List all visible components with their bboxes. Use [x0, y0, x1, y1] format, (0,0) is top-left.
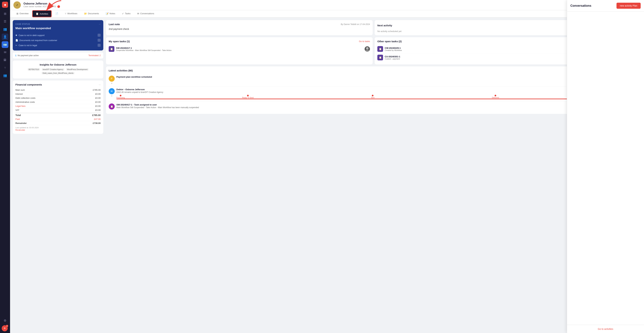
insights-tags: BDTBG7510 branDIT Creative Agency WordPr… — [16, 68, 100, 74]
task-avatar-1 — [364, 46, 370, 52]
status-checkbox-3[interactable] — [98, 44, 100, 47]
notes-tab-icon: 📝 — [106, 12, 108, 15]
activity-item-2: ✉ Debtor - Osborne Jefferson £842.46 rem… — [109, 86, 639, 102]
status-checkbox-2[interactable] — [98, 39, 100, 42]
activity-title-3: SW-20240417-1 - Task assigned to user — [116, 104, 622, 106]
tab3-icon: 📄 — [55, 12, 58, 15]
tab-notes[interactable]: 📝 Notes — [103, 10, 118, 17]
status-label: Main workflow suspended — [16, 27, 100, 30]
status-checkbox-1[interactable] — [98, 34, 100, 37]
financial-row-legal-fees: Legal fees £0.00 — [16, 104, 100, 108]
tasks-row: My open tasks (1) Go to tasks 📋 SW-20240… — [106, 37, 641, 64]
tab-activities[interactable]: 📋 Activities — [32, 10, 52, 17]
sidebar-item-contacts[interactable]: 👥 — [2, 26, 8, 32]
conversations-panel: Conversations new activity Plan Go to ac… — [567, 18, 644, 333]
sidebar-item-debtors[interactable]: 👤 — [2, 34, 8, 40]
task-item-1: 📋 SW-20240417-1 Suspended Workflow - Mai… — [109, 45, 370, 53]
dot-sent — [372, 95, 374, 96]
financial-row-total: Total £785.00 — [16, 113, 100, 117]
top-header: ♂ Osborne Jefferson Case owner number: A… — [10, 0, 644, 10]
email-progress: Processing Ready To Send Sent — [116, 95, 622, 99]
financial-row-debt-costs: Debt collection costs £0.00 — [16, 96, 100, 100]
tag-4: Debt_cases_from_WordPress_clients — [41, 72, 75, 74]
sidebar-item-bank[interactable]: 🏛 — [2, 57, 8, 64]
activities-tab-icon: 📋 — [36, 12, 38, 15]
status-icon-3: ✂ — [16, 44, 17, 46]
insights-card: Insights for Osborne Jefferson BDTBG7510… — [13, 60, 103, 78]
content-area: Case Status ··· Main workflow suspended … — [10, 18, 644, 333]
tab-documents[interactable]: 📁 Documents — [81, 10, 102, 17]
progress-track — [116, 98, 622, 99]
tag-3: WordPress Development — [66, 68, 89, 71]
right-panel: Last note By Darren Tebbitt on 17-04-202… — [106, 20, 641, 330]
status-icon-1: ✱ — [16, 34, 17, 36]
case-info: Osborne Jefferson Case owner number: ACC… — [24, 2, 570, 8]
stage-ready: Ready To Send — [242, 95, 254, 98]
last-updated: Last updated at: 03-05-2024 — [16, 126, 100, 128]
other-task-icon-1: 📋 — [377, 46, 383, 52]
sidebar-item-active[interactable]: 🪪 — [2, 41, 8, 48]
task-desc-1: Suspended Workflow - Main Workflow Still… — [116, 49, 363, 51]
case-number: Case owner number: ACC-DCI-2702 🔴 — [24, 5, 570, 8]
sidebar-item-settings[interactable]: ⚙ — [2, 317, 8, 324]
recalculate-link[interactable]: Recalculate — [16, 129, 25, 131]
sidebar-logo[interactable]: ◆ — [2, 2, 8, 8]
financial-card: Financial components ··· Main sum £785.0… — [13, 80, 103, 134]
conversations-body — [567, 18, 644, 325]
left-panel: Case Status ··· Main workflow suspended … — [13, 20, 103, 330]
sidebar-item-cases[interactable]: ☰ — [2, 18, 8, 25]
case-avatar: ♂ — [14, 1, 21, 9]
activities-card: Latest activities (80) Go to activities … — [106, 66, 641, 114]
workflows-tab-icon: ⑂ — [65, 12, 66, 15]
terminated-link[interactable]: Terminated: 2 — [88, 54, 100, 57]
case-status-menu[interactable]: ··· — [99, 23, 100, 25]
financial-row-interest: Interest £0.00 — [16, 92, 100, 96]
last-note-content: 2nd payment check — [109, 28, 370, 30]
tab-overview[interactable]: ⊞ Overview — [14, 10, 32, 17]
activities-title: Latest activities (80) — [109, 69, 133, 72]
sidebar-item-workflows[interactable]: ⑂ — [2, 64, 8, 71]
activity-icon-1: P — [109, 76, 115, 82]
tab-conversations[interactable]: ✉ Conversations — [134, 10, 157, 17]
tag-1: BDTBG7510 — [27, 68, 40, 71]
insights-title: Insights for Osborne Jefferson — [16, 63, 100, 66]
last-note-title: Last note — [109, 23, 120, 26]
stage-delivered: Delivered — [492, 95, 499, 98]
status-item-1: ✱ Case is not in debt support — [16, 33, 100, 38]
case-status-title: Case Status — [16, 23, 30, 25]
task-icon-1: 📋 — [109, 46, 114, 52]
financial-row-main-sum: Main sum £785.00 — [16, 88, 100, 92]
progress-stages: Processing Ready To Send Sent — [116, 95, 622, 98]
activity-title-1: Payment plan workflow scheduled — [116, 76, 622, 78]
status-item-3: ✂ Case is not in legal — [16, 43, 100, 48]
paid-link[interactable]: Paid — [16, 118, 20, 120]
tab-tasks[interactable]: ✓ Tasks — [119, 10, 134, 17]
financial-row-paid: Paid £47.00 — [16, 117, 100, 121]
tag-2: branDIT Creative Agency — [42, 68, 65, 71]
go-to-activities-link-2[interactable]: Go to activities — [570, 328, 641, 330]
avatar-badge: 2 — [6, 325, 8, 327]
activity-item-3: 📋 SW-20240417-1 - Task assigned to user … — [109, 102, 639, 111]
case-name: Osborne Jefferson — [24, 2, 570, 5]
go-to-tasks-link-1[interactable]: Go to tasks — [359, 40, 370, 42]
payment-plan-bar: ℹ No payment plan active Terminated: 2 — [13, 52, 103, 58]
sidebar-item-teams[interactable]: 👥 — [2, 72, 8, 79]
sidebar-user-avatar[interactable]: G 2 — [2, 325, 8, 331]
task-id-1: SW-20240417-1 — [116, 47, 363, 49]
last-note-meta: By Darren Tebbitt on 17-04-2024 — [341, 23, 370, 26]
my-tasks-card: My open tasks (1) Go to tasks 📋 SW-20240… — [106, 37, 373, 64]
status-dot: 🔴 — [57, 5, 60, 8]
activity-title-2: Debtor - Osborne Jefferson — [116, 88, 622, 91]
activity-dot-1 — [111, 83, 112, 84]
dot-processing — [120, 95, 122, 96]
sidebar: ◆ ⊞ ☰ 👥 👤 🪪 ✉ 🏛 ⑂ 👥 ⚙ G 2 — [0, 0, 10, 333]
financial-menu[interactable]: ··· — [99, 83, 100, 86]
tab-workflows[interactable]: ⑂ Workflows — [62, 10, 80, 17]
sidebar-item-dashboard[interactable]: ⊞ — [2, 10, 8, 17]
financial-title: Financial components — [16, 83, 42, 86]
top-right-section: Last note By Darren Tebbitt on 17-04-202… — [106, 20, 641, 35]
tab-3[interactable]: 📄 — [52, 10, 61, 17]
sidebar-item-messages[interactable]: ✉ — [2, 49, 8, 56]
legal-fees-link[interactable]: Legal fees — [16, 105, 26, 107]
activity-icon-2: ✉ — [109, 88, 115, 94]
